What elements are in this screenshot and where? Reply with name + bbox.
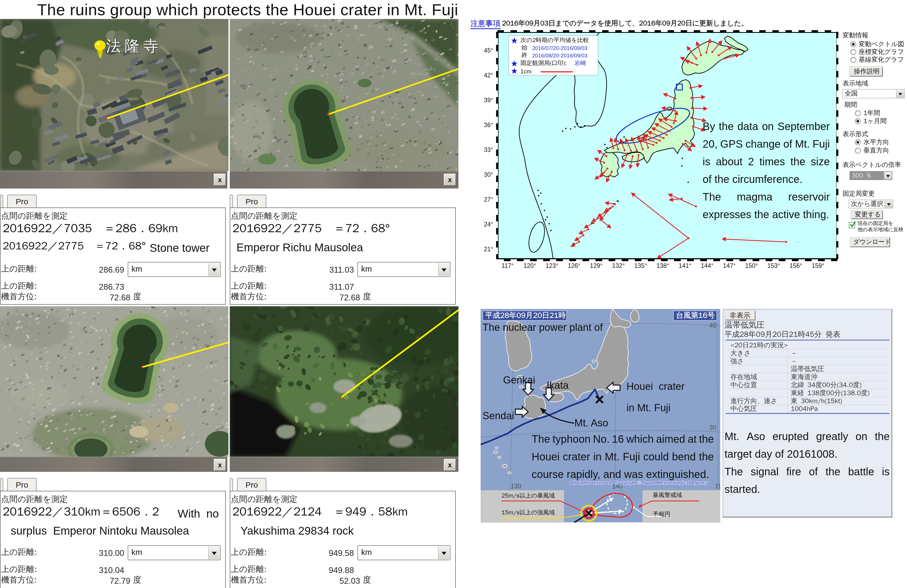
svg-text:15: 15 bbox=[715, 483, 720, 490]
svg-text:30: 30 bbox=[709, 424, 716, 431]
svg-text:130: 130 bbox=[511, 483, 521, 490]
svg-text:40: 40 bbox=[709, 322, 716, 329]
